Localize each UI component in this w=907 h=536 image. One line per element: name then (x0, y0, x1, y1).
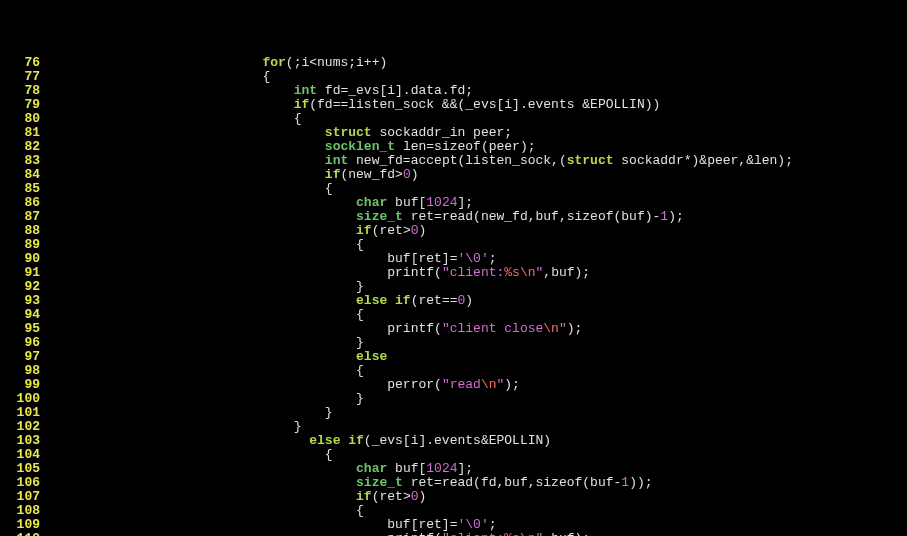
code-line[interactable]: 84 if(new_fd>0) (0, 168, 907, 182)
line-number: 105 (0, 462, 44, 476)
line-number: 94 (0, 308, 44, 322)
code-line[interactable]: 88 if(ret>0) (0, 224, 907, 238)
line-number: 96 (0, 336, 44, 350)
code-content[interactable]: perror("read\n"); (44, 378, 907, 392)
line-number: 104 (0, 448, 44, 462)
line-number: 89 (0, 238, 44, 252)
code-content[interactable]: { (44, 448, 907, 462)
code-content[interactable]: buf[ret]='\0'; (44, 252, 907, 266)
code-content[interactable]: if(fd==listen_sock &&(_evs[i].events &EP… (44, 98, 907, 112)
code-line[interactable]: 109 buf[ret]='\0'; (0, 518, 907, 532)
line-number: 98 (0, 364, 44, 378)
code-line[interactable]: 105 char buf[1024]; (0, 462, 907, 476)
code-line[interactable]: 79 if(fd==listen_sock &&(_evs[i].events … (0, 98, 907, 112)
line-number: 79 (0, 98, 44, 112)
code-content[interactable]: else (44, 350, 907, 364)
code-content[interactable]: char buf[1024]; (44, 462, 907, 476)
line-number: 85 (0, 182, 44, 196)
code-content[interactable]: } (44, 336, 907, 350)
code-line[interactable]: 87 size_t ret=read(new_fd,buf,sizeof(buf… (0, 210, 907, 224)
code-line[interactable]: 80 { (0, 112, 907, 126)
code-line[interactable]: 85 { (0, 182, 907, 196)
line-number: 81 (0, 126, 44, 140)
code-content[interactable]: int new_fd=accept(listen_sock,(struct so… (44, 154, 907, 168)
code-line[interactable]: 81 struct sockaddr_in peer; (0, 126, 907, 140)
code-line[interactable]: 95 printf("client close\n"); (0, 322, 907, 336)
line-number: 99 (0, 378, 44, 392)
line-number: 92 (0, 280, 44, 294)
line-number: 109 (0, 518, 44, 532)
line-number: 110 (0, 532, 44, 536)
code-line[interactable]: 91 printf("client:%s\n",buf); (0, 266, 907, 280)
code-line[interactable]: 76 for(;i<nums;i++) (0, 56, 907, 70)
code-line[interactable]: 83 int new_fd=accept(listen_sock,(struct… (0, 154, 907, 168)
line-number: 77 (0, 70, 44, 84)
code-content[interactable]: { (44, 504, 907, 518)
line-number: 97 (0, 350, 44, 364)
line-number: 76 (0, 56, 44, 70)
code-content[interactable]: size_t ret=read(new_fd,buf,sizeof(buf)-1… (44, 210, 907, 224)
code-content[interactable]: } (44, 280, 907, 294)
code-line[interactable]: 101 } (0, 406, 907, 420)
code-content[interactable]: if(ret>0) (44, 490, 907, 504)
line-number: 87 (0, 210, 44, 224)
code-content[interactable]: else if(_evs[i].events&EPOLLIN) (44, 434, 907, 448)
code-content[interactable]: char buf[1024]; (44, 196, 907, 210)
code-content[interactable]: int fd=_evs[i].data.fd; (44, 84, 907, 98)
code-line[interactable]: 107 if(ret>0) (0, 490, 907, 504)
code-content[interactable]: if(ret>0) (44, 224, 907, 238)
line-number: 100 (0, 392, 44, 406)
code-line[interactable]: 110 printf("client:%s\n",buf); (0, 532, 907, 536)
code-content[interactable]: } (44, 392, 907, 406)
code-line[interactable]: 108 { (0, 504, 907, 518)
code-editor[interactable]: 76 for(;i<nums;i++)77 {78 int fd=_evs[i]… (0, 56, 907, 536)
code-line[interactable]: 86 char buf[1024]; (0, 196, 907, 210)
code-line[interactable]: 102 } (0, 420, 907, 434)
code-content[interactable]: for(;i<nums;i++) (44, 56, 907, 70)
line-number: 93 (0, 294, 44, 308)
code-line[interactable]: 100 } (0, 392, 907, 406)
line-number: 103 (0, 434, 44, 448)
code-line[interactable]: 98 { (0, 364, 907, 378)
code-line[interactable]: 97 else (0, 350, 907, 364)
code-line[interactable]: 78 int fd=_evs[i].data.fd; (0, 84, 907, 98)
code-content[interactable]: { (44, 70, 907, 84)
code-content[interactable]: { (44, 112, 907, 126)
code-content[interactable]: { (44, 308, 907, 322)
line-number: 84 (0, 168, 44, 182)
code-content[interactable]: socklen_t len=sizeof(peer); (44, 140, 907, 154)
code-line[interactable]: 106 size_t ret=read(fd,buf,sizeof(buf-1)… (0, 476, 907, 490)
code-line[interactable]: 92 } (0, 280, 907, 294)
code-content[interactable]: { (44, 238, 907, 252)
line-number: 95 (0, 322, 44, 336)
code-line[interactable]: 82 socklen_t len=sizeof(peer); (0, 140, 907, 154)
code-line[interactable]: 90 buf[ret]='\0'; (0, 252, 907, 266)
code-content[interactable]: printf("client:%s\n",buf); (44, 266, 907, 280)
code-content[interactable]: else if(ret==0) (44, 294, 907, 308)
line-number: 102 (0, 420, 44, 434)
code-content[interactable]: printf("client close\n"); (44, 322, 907, 336)
line-number: 86 (0, 196, 44, 210)
line-number: 108 (0, 504, 44, 518)
code-line[interactable]: 77 { (0, 70, 907, 84)
code-content[interactable]: struct sockaddr_in peer; (44, 126, 907, 140)
code-line[interactable]: 103 else if(_evs[i].events&EPOLLIN) (0, 434, 907, 448)
code-content[interactable]: { (44, 182, 907, 196)
code-content[interactable]: { (44, 364, 907, 378)
line-number: 82 (0, 140, 44, 154)
code-line[interactable]: 99 perror("read\n"); (0, 378, 907, 392)
code-content[interactable]: printf("client:%s\n",buf); (44, 532, 907, 536)
code-content[interactable]: } (44, 420, 907, 434)
code-line[interactable]: 104 { (0, 448, 907, 462)
code-line[interactable]: 96 } (0, 336, 907, 350)
code-line[interactable]: 89 { (0, 238, 907, 252)
line-number: 101 (0, 406, 44, 420)
line-number: 78 (0, 84, 44, 98)
code-content[interactable]: size_t ret=read(fd,buf,sizeof(buf-1)); (44, 476, 907, 490)
line-number: 88 (0, 224, 44, 238)
code-line[interactable]: 94 { (0, 308, 907, 322)
code-content[interactable]: if(new_fd>0) (44, 168, 907, 182)
code-content[interactable]: } (44, 406, 907, 420)
code-content[interactable]: buf[ret]='\0'; (44, 518, 907, 532)
code-line[interactable]: 93 else if(ret==0) (0, 294, 907, 308)
